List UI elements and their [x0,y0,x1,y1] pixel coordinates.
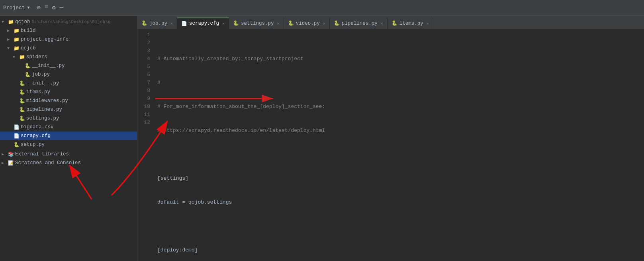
code-line-4: # https://scrapyd.readthedocs.io/en/late… [157,127,644,135]
python-tab-icon: 🐍 [233,20,239,26]
tab-label: job.py [149,21,167,26]
sidebar-item-egg-info[interactable]: ▶ 📁 project.egg-info [0,35,137,44]
folder-icon: 📁 [18,54,25,60]
editor-content: 1 2 3 4 5 6 7 8 9 10 11 12 # Automatical… [137,29,644,261]
code-text: # https://scrapyd.readthedocs.io/en/late… [157,127,325,135]
sidebar-item-scrapy-cfg[interactable]: 📄 scrapy.cfg [0,131,137,140]
close-tab-icon[interactable]: ✕ [427,21,429,26]
python-file-icon: 🐍 [18,98,25,104]
sidebar-item-spiders[interactable]: ▼ 📁 spiders [0,53,137,61]
sidebar-item-label: __init__.py [32,63,65,69]
sidebar-item-pipelines-py[interactable]: 🐍 pipelines.py [0,105,137,114]
sidebar-item-label: middlewares.py [26,98,68,104]
sidebar-item-qcjob-sub[interactable]: ▼ 📁 qcjob [0,44,137,53]
layout-icon[interactable]: ≡ [45,4,48,12]
editor-area: 🐍 job.py ✕ 📄 scrapy.cfg ✕ 🐍 settings.py … [137,16,644,261]
sidebar-item-label: pipelines.py [26,107,62,112]
sidebar-item-label: job.py [32,72,50,77]
minimize-icon[interactable]: — [60,4,63,12]
sidebar-item-label: spiders [26,54,47,60]
close-tab-icon[interactable]: ✕ [323,21,325,26]
arrow-icon: ▶ [7,37,13,42]
sidebar-item-label: __init__.py [26,80,59,86]
line-numbers: 1 2 3 4 5 6 7 8 9 10 11 12 [137,29,153,261]
sidebar-item-label: bigdata.csv [21,124,54,130]
arrow-icon: ▼ [13,55,18,59]
tab-items-py[interactable]: 🐍 items.py ✕ [388,18,433,29]
sidebar-item-scratches-consoles[interactable]: ▶ 📝 Scratches and Consoles [0,159,137,167]
top-bar-left: Project ▼ ⊕ ≡ ⚙ — [3,4,63,12]
tab-label: settings.py [241,21,274,26]
code-text: [deploy:demo] [157,246,198,254]
sidebar-item-build[interactable]: ▶ 📁 build [0,26,137,35]
python-file-icon: 🐍 [18,89,25,95]
folder-icon: 📁 [7,19,14,25]
python-tab-icon: 🐍 [334,20,340,26]
code-editor[interactable]: # Automatically_created_by:_scrapy_start… [153,29,644,261]
close-tab-icon[interactable]: ✕ [381,21,383,26]
path-label: D:\Users\zhong\Desktop\51job\q [32,20,111,24]
python-tab-icon: 🐍 [141,20,147,26]
folder-icon: 📁 [13,37,20,43]
arrow-icon: ▶ [2,152,7,157]
python-tab-icon: 🐍 [391,20,397,26]
sidebar-item-settings-py[interactable]: 🐍 settings.py [0,114,137,123]
cfg-file-icon: 📄 [13,133,20,139]
code-line-9: [deploy:demo] [157,246,644,254]
arrow-icon: ▼ [2,20,7,24]
arrow-icon: ▶ [2,161,7,165]
sidebar: ▼ 📁 qcjob D:\Users\zhong\Desktop\51job\q… [0,16,137,261]
tab-pipelines-py[interactable]: 🐍 pipelines.py ✕ [330,18,388,29]
sidebar-item-init-spiders[interactable]: 🐍 __init__.py [0,61,137,70]
add-icon[interactable]: ⊕ [37,4,41,12]
dropdown-arrow-icon[interactable]: ▼ [27,6,30,10]
sidebar-item-init-qcjob[interactable]: 🐍 __init__.py [0,79,137,88]
tab-video-py[interactable]: 🐍 video.py ✕ [284,18,330,29]
tab-label: items.py [399,21,423,26]
arrow-icon: ▶ [7,28,13,33]
code-text: # For_more_information_about_the_[deploy… [157,103,325,111]
sidebar-item-external-libraries[interactable]: ▶ 📚 External Libraries [0,150,137,159]
sidebar-item-label: build [21,28,36,33]
python-file-icon: 🐍 [13,142,20,148]
close-tab-icon[interactable]: ✕ [277,21,280,26]
tab-job-py[interactable]: 🐍 job.py ✕ [137,18,177,29]
python-file-icon: 🐍 [24,63,31,69]
sidebar-item-setup-py[interactable]: 🐍 setup.py [0,140,137,149]
code-text [157,222,161,230]
sidebar-item-items-py[interactable]: 🐍 items.py [0,88,137,96]
code-text [157,151,161,159]
code-line-5 [157,151,644,159]
folder-icon: 📁 [13,28,20,34]
sidebar-item-label: qcjob [21,45,36,51]
code-text: default = qcjob.settings [157,198,232,206]
sidebar-item-label: settings.py [26,116,59,121]
sidebar-item-job-py[interactable]: 🐍 job.py [0,70,137,79]
sidebar-item-label: Scratches and Consoles [15,160,81,166]
sidebar-item-label: External Libraries [15,151,69,157]
tab-settings-py[interactable]: 🐍 settings.py ✕ [229,18,284,29]
settings-icon[interactable]: ⚙ [52,4,56,12]
close-tab-icon[interactable]: ✕ [222,21,225,26]
code-text: # Automatically_created_by:_scrapy_start… [157,55,303,63]
csv-file-icon: 📄 [13,124,20,130]
sidebar-item-middlewares-py[interactable]: 🐍 middlewares.py [0,96,137,105]
python-file-icon: 🐍 [24,72,31,78]
code-line-2: # [157,79,644,87]
code-line-6: [settings] [157,175,644,183]
close-tab-icon[interactable]: ✕ [170,21,173,26]
cfg-tab-icon: 📄 [181,21,187,27]
lib-icon: 📚 [7,151,14,157]
tab-label: scrapy.cfg [189,21,219,26]
sidebar-item-label: project.egg-info [21,37,69,42]
code-text: [settings] [157,175,188,183]
sidebar-item-bigdata-csv[interactable]: 📄 bigdata.csv [0,123,137,131]
code-line-3: # For_more_information_about_the_[deploy… [157,103,644,111]
tab-scrapy-cfg[interactable]: 📄 scrapy.cfg ✕ [177,18,229,29]
arrow-icon: ▼ [7,46,13,51]
sidebar-item-label: setup.py [21,142,45,147]
python-tab-icon: 🐍 [288,20,294,26]
sidebar-item-qcjob-root[interactable]: ▼ 📁 qcjob D:\Users\zhong\Desktop\51job\q [0,18,137,26]
project-label: Project [3,5,25,11]
python-file-icon: 🐍 [18,80,25,86]
